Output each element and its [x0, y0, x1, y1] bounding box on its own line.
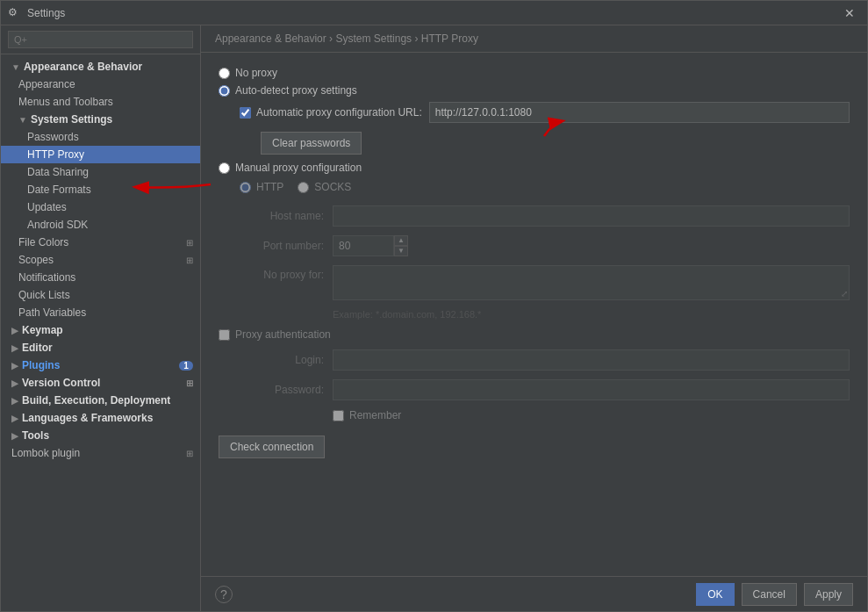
port-number-row: Port number: ▲ ▼	[219, 235, 850, 256]
expand-icon[interactable]: ⤢	[841, 289, 848, 299]
sidebar-item-plugins[interactable]: ▶ Plugins 1	[1, 356, 200, 374]
spinner-arrows: ▲ ▼	[394, 235, 408, 256]
main-content: ▼ Appearance & Behavior Appearance Menus…	[1, 25, 867, 611]
sidebar-item-label: Scopes	[18, 254, 54, 266]
no-proxy-input[interactable]	[333, 265, 850, 300]
expand-arrow: ▶	[11, 378, 18, 388]
sidebar-item-data-sharing[interactable]: Data Sharing	[1, 163, 200, 181]
expand-arrow: ▶	[11, 326, 18, 335]
no-proxy-radio[interactable]	[219, 68, 230, 79]
settings-small-icon: ⊞	[186, 449, 193, 458]
proxy-auth-label: Proxy authentication	[235, 328, 331, 341]
auto-url-row: Automatic proxy configuration URL:	[240, 102, 850, 123]
sidebar-item-lombok-plugin[interactable]: Lombok plugin ⊞	[1, 444, 200, 462]
sidebar-item-scopes[interactable]: Scopes ⊞	[1, 251, 200, 269]
sidebar-item-http-proxy[interactable]: HTTP Proxy	[1, 146, 200, 163]
expand-arrow: ▶	[11, 431, 18, 441]
manual-proxy-radio-label[interactable]: Manual proxy configuration	[219, 162, 850, 174]
title-bar-text: Settings	[27, 7, 65, 19]
proxy-auth-section: Proxy authentication	[219, 328, 850, 341]
sidebar-item-file-colors[interactable]: File Colors ⊞	[1, 234, 200, 251]
remember-section: Remember	[333, 409, 850, 421]
login-label: Login:	[219, 354, 333, 366]
breadcrumb-text: Appearance & Behavior › System Settings …	[215, 32, 478, 45]
expand-arrow: ▶	[11, 343, 18, 353]
port-increment-button[interactable]: ▲	[394, 235, 408, 246]
login-row: Login:	[219, 349, 850, 371]
cancel-button[interactable]: Cancel	[742, 583, 797, 606]
sidebar-item-appearance-behavior[interactable]: ▼ Appearance & Behavior	[1, 58, 200, 76]
sidebar-item-label: Quick Lists	[18, 289, 70, 301]
sidebar-item-version-control[interactable]: ▶ Version Control ⊞	[1, 374, 200, 392]
sidebar-item-languages-frameworks[interactable]: ▶ Languages & Frameworks	[1, 409, 200, 427]
sidebar-item-label: Date Formats	[27, 184, 91, 196]
check-connection-button[interactable]: Check connection	[219, 436, 325, 458]
remember-label: Remember	[349, 409, 401, 421]
sidebar-item-path-variables[interactable]: Path Variables	[1, 304, 200, 321]
sidebar-item-date-formats[interactable]: Date Formats	[1, 181, 200, 198]
sidebar-item-updates[interactable]: Updates	[1, 198, 200, 216]
auto-detect-radio[interactable]	[219, 85, 230, 97]
socks-radio[interactable]	[298, 182, 309, 193]
http-label: HTTP	[256, 181, 283, 193]
clear-passwords-button[interactable]: Clear passwords	[261, 132, 362, 155]
no-proxy-label: No proxy	[235, 67, 277, 79]
sidebar-item-notifications[interactable]: Notifications	[1, 269, 200, 286]
manual-proxy-radio[interactable]	[219, 162, 230, 174]
sidebar-item-quick-lists[interactable]: Quick Lists	[1, 286, 200, 304]
manual-proxy-label: Manual proxy configuration	[235, 162, 362, 174]
sidebar-item-label: Appearance	[18, 78, 75, 90]
host-name-row: Host name:	[219, 205, 850, 227]
sidebar-item-system-settings[interactable]: ▼ System Settings	[1, 111, 200, 128]
no-proxy-wrapper: ⤢	[333, 265, 850, 300]
sidebar-item-keymap[interactable]: ▶ Keymap	[1, 321, 200, 339]
settings-small-icon: ⊞	[186, 378, 193, 388]
sidebar-item-label: Version Control	[22, 377, 100, 389]
password-label: Password:	[219, 384, 333, 396]
sidebar-item-passwords[interactable]: Passwords	[1, 128, 200, 146]
auto-url-checkbox-label[interactable]: Automatic proxy configuration URL:	[240, 106, 422, 119]
close-button[interactable]: ✕	[839, 4, 860, 22]
password-input[interactable]	[333, 379, 850, 400]
content-area: Appearance & Behavior › System Settings …	[201, 25, 867, 611]
auto-detect-label: Auto-detect proxy settings	[235, 84, 357, 97]
ok-button[interactable]: OK	[696, 583, 734, 606]
auto-url-input[interactable]	[429, 102, 850, 123]
proxy-auth-checkbox[interactable]	[219, 329, 230, 341]
host-name-input[interactable]	[333, 205, 850, 227]
http-radio-label[interactable]: HTTP	[240, 181, 283, 193]
port-decrement-button[interactable]: ▼	[394, 246, 408, 256]
example-text: Example: *.domain.com, 192.168.*	[333, 309, 850, 320]
proxy-auth-checkbox-label[interactable]: Proxy authentication	[219, 328, 850, 341]
footer-buttons: OK Cancel Apply	[696, 583, 853, 606]
auto-url-checkbox[interactable]	[240, 107, 251, 119]
port-input[interactable]	[333, 235, 394, 256]
login-input[interactable]	[333, 349, 850, 371]
expand-arrow: ▼	[18, 115, 27, 125]
password-row: Password:	[219, 379, 850, 400]
remember-checkbox-label[interactable]: Remember	[333, 409, 850, 421]
help-button[interactable]: ?	[215, 586, 233, 603]
settings-panel: No proxy Auto-detect proxy settings Auto…	[201, 53, 867, 576]
sidebar-item-appearance[interactable]: Appearance	[1, 76, 200, 93]
auto-detect-radio-label[interactable]: Auto-detect proxy settings	[219, 84, 850, 97]
search-input[interactable]	[8, 31, 193, 48]
port-label: Port number:	[219, 240, 333, 252]
no-proxy-radio-label[interactable]: No proxy	[219, 67, 850, 79]
no-proxy-row: No proxy for: ⤢	[219, 265, 850, 300]
sidebar-item-build-execution[interactable]: ▶ Build, Execution, Deployment	[1, 392, 200, 409]
expand-arrow: ▼	[11, 62, 20, 72]
http-radio[interactable]	[240, 182, 251, 193]
sidebar-item-label: Menus and Toolbars	[18, 96, 113, 108]
footer: ? OK Cancel Apply	[201, 576, 867, 611]
socks-radio-label[interactable]: SOCKS	[298, 181, 351, 193]
remember-checkbox[interactable]	[333, 410, 344, 421]
sidebar-item-label: Languages & Frameworks	[22, 412, 153, 424]
expand-arrow: ▶	[11, 414, 18, 423]
sidebar-item-tools[interactable]: ▶ Tools	[1, 427, 200, 444]
sidebar-item-android-sdk[interactable]: Android SDK	[1, 216, 200, 234]
sidebar-item-menus-toolbars[interactable]: Menus and Toolbars	[1, 93, 200, 111]
apply-button[interactable]: Apply	[804, 583, 853, 606]
sidebar-item-editor[interactable]: ▶ Editor	[1, 339, 200, 356]
sidebar-item-label: HTTP Proxy	[27, 148, 84, 161]
